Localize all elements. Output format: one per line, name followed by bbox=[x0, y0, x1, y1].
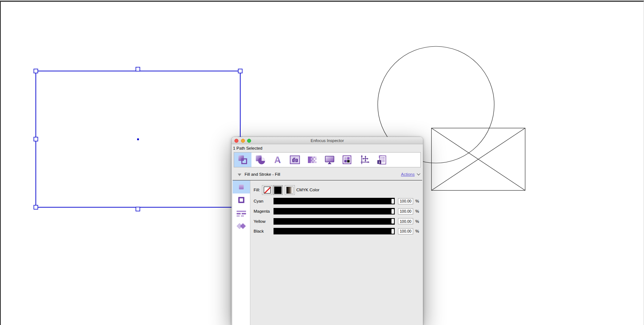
gradient-icon bbox=[286, 187, 293, 194]
channel-unit: % bbox=[415, 208, 419, 214]
selection-status: 1 Path Selected bbox=[232, 145, 423, 152]
swatch-gradient[interactable] bbox=[285, 185, 295, 195]
swatch-no-fill[interactable] bbox=[262, 185, 272, 195]
window-title: Enfocus Inspector bbox=[232, 137, 423, 144]
text-icon: A bbox=[272, 154, 283, 166]
actions-menu[interactable]: Actions bbox=[401, 172, 419, 176]
solid-black-icon bbox=[274, 187, 281, 194]
selection-handle-top-right[interactable] bbox=[238, 69, 242, 73]
channel-slider[interactable] bbox=[274, 208, 395, 214]
fill-label: Fill: bbox=[254, 188, 260, 192]
slider-thumb[interactable] bbox=[391, 229, 394, 234]
slider-thumb[interactable] bbox=[391, 199, 394, 204]
chevron-down-icon bbox=[417, 172, 420, 175]
toolbar-tab-line-art[interactable] bbox=[251, 153, 269, 167]
channel-unit: % bbox=[415, 218, 419, 225]
channel-slider[interactable] bbox=[274, 228, 395, 234]
selection-center-point bbox=[137, 138, 139, 140]
channel-value-input[interactable] bbox=[398, 228, 413, 234]
channel-slider[interactable] bbox=[274, 218, 395, 225]
svg-text:A: A bbox=[274, 155, 281, 165]
svg-text:i: i bbox=[379, 160, 380, 164]
section-header: Fill and Stroke - Fill Actions bbox=[232, 170, 423, 180]
inspector-toolbar: A bbox=[234, 152, 421, 167]
channel-label: Magenta bbox=[254, 208, 270, 214]
inspector-window: Enfocus Inspector 1 Path Selected bbox=[232, 137, 423, 325]
slider-fill bbox=[274, 218, 395, 225]
channel-slider[interactable] bbox=[274, 198, 395, 204]
channel-row-black: Black % bbox=[232, 228, 423, 234]
section-title: Fill and Stroke - Fill bbox=[245, 172, 280, 176]
toolbar-tab-summary[interactable]: i bbox=[373, 153, 390, 167]
channel-label: Cyan bbox=[254, 198, 263, 204]
toolbar-tab-position[interactable] bbox=[356, 153, 373, 167]
toolbar-tab-text[interactable]: A bbox=[269, 153, 286, 167]
toolbar-tab-image[interactable] bbox=[286, 153, 304, 167]
toolbar-tab-separations[interactable] bbox=[338, 153, 356, 167]
actions-link[interactable]: Actions bbox=[401, 172, 415, 176]
swatch-solid-black[interactable] bbox=[273, 185, 283, 195]
no-fill-icon bbox=[264, 187, 271, 193]
slider-thumb[interactable] bbox=[391, 209, 394, 214]
toolbar-tab-prepress[interactable] bbox=[321, 153, 338, 167]
separations-icon bbox=[341, 154, 353, 166]
selection-handle-top-left[interactable] bbox=[34, 69, 38, 73]
channel-row-cyan: Cyan % bbox=[232, 198, 423, 204]
slider-fill bbox=[274, 208, 395, 214]
channel-row-magenta: Magenta % bbox=[232, 208, 423, 214]
selection-handle-top-mid[interactable] bbox=[136, 67, 140, 71]
summary-icon: i bbox=[376, 154, 387, 166]
selection-handle-mid-left[interactable] bbox=[34, 137, 38, 141]
display-icon bbox=[324, 154, 335, 166]
channel-label: Yellow bbox=[254, 218, 266, 225]
slider-fill bbox=[274, 228, 395, 234]
channel-label: Black bbox=[254, 228, 264, 234]
fill-colorspace: CMYK Color bbox=[296, 188, 319, 192]
channel-unit: % bbox=[415, 198, 419, 204]
section-divider bbox=[233, 180, 422, 180]
disclosure-triangle-icon[interactable] bbox=[238, 174, 241, 176]
toolbar-tab-shading[interactable] bbox=[304, 153, 321, 167]
image-icon bbox=[289, 154, 301, 166]
window-titlebar[interactable]: Enfocus Inspector bbox=[232, 137, 423, 144]
channel-row-yellow: Yellow % bbox=[232, 218, 423, 225]
channel-value-input[interactable] bbox=[398, 208, 413, 214]
channel-unit: % bbox=[415, 228, 419, 234]
shading-pattern-icon bbox=[306, 154, 318, 166]
slider-fill bbox=[274, 198, 395, 204]
line-art-icon bbox=[254, 154, 266, 166]
placeholder-rectangle[interactable] bbox=[432, 128, 525, 191]
slider-thumb[interactable] bbox=[391, 218, 394, 224]
channel-value-input[interactable] bbox=[398, 198, 413, 204]
toolbar-tab-fill-and-stroke[interactable] bbox=[234, 153, 251, 167]
selection-handle-bottom-mid[interactable] bbox=[136, 207, 140, 211]
fill-row: Fill: CMYK Color bbox=[232, 185, 423, 195]
selection-handle-bottom-left[interactable] bbox=[34, 205, 38, 209]
fill-stroke-icon bbox=[237, 154, 249, 166]
position-axes-icon bbox=[359, 154, 370, 166]
channel-value-input[interactable] bbox=[398, 218, 413, 224]
